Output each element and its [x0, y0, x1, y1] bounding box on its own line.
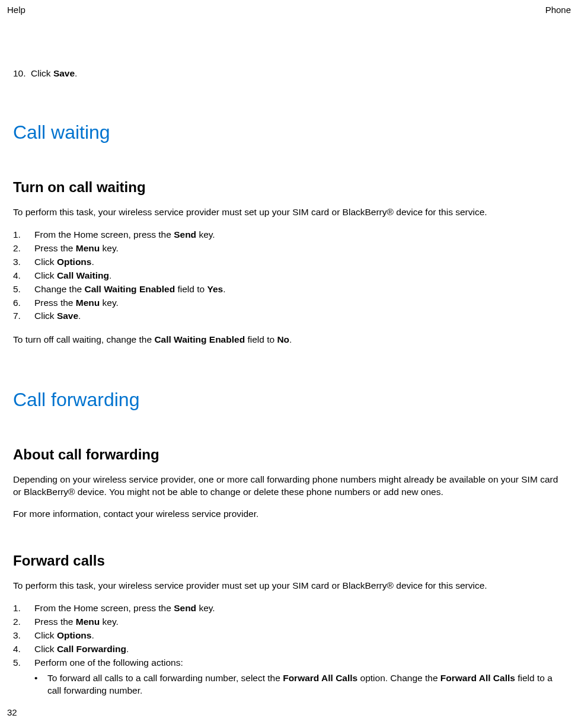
header-left: Help: [7, 5, 25, 15]
step-text: Click Options.: [34, 256, 565, 269]
about-call-forwarding-p2: For more information, contact your wirel…: [13, 508, 565, 521]
step-number: 4.: [13, 270, 34, 282]
list-item: 2.Press the Menu key.: [13, 242, 565, 256]
page-header: Help Phone: [0, 0, 578, 15]
step-text: Press the Menu key.: [34, 616, 565, 628]
step-number: 3.: [13, 256, 34, 269]
call-waiting-intro: To perform this task, your wireless serv…: [13, 206, 565, 219]
step-number: 1.: [13, 602, 34, 615]
bullet-dot: •: [34, 672, 47, 697]
list-item: 7.Click Save.: [13, 309, 565, 323]
bullet-text: To forward all calls to a call forwardin…: [47, 672, 565, 697]
header-right: Phone: [545, 5, 571, 15]
step-text: Change the Call Waiting Enabled field to…: [34, 283, 565, 296]
heading-call-waiting: Call waiting: [13, 122, 565, 143]
step-text: From the Home screen, press the Send key…: [34, 602, 565, 615]
step-10-text: Click Save.: [31, 68, 565, 79]
forward-calls-intro: To perform this task, your wireless serv…: [13, 580, 565, 592]
step-text: From the Home screen, press the Send key…: [34, 229, 565, 241]
about-call-forwarding-p1: Depending on your wireless service provi…: [13, 474, 565, 499]
step-10-bold: Save: [53, 68, 75, 78]
list-item: 4.Click Call Forwarding.: [13, 643, 565, 656]
step-number: 6.: [13, 297, 34, 309]
step-10-row: 10. Click Save.: [13, 68, 565, 79]
step-text: Press the Menu key.: [34, 242, 565, 255]
list-item: 3.Click Options.: [13, 629, 565, 643]
step-number: 4.: [13, 643, 34, 656]
step-text: Perform one of the following actions:: [34, 657, 565, 669]
step-text: Click Save.: [34, 310, 565, 323]
list-item: 1.From the Home screen, press the Send k…: [13, 228, 565, 242]
step-number: 3.: [13, 630, 34, 642]
list-item: 1.From the Home screen, press the Send k…: [13, 602, 565, 615]
step-10-post: .: [75, 68, 77, 78]
heading-call-forwarding: Call forwarding: [13, 389, 565, 411]
step-text: Press the Menu key.: [34, 297, 565, 309]
step-number: 5.: [13, 283, 34, 296]
forward-calls-sub-bullet: • To forward all calls to a call forward…: [34, 672, 565, 697]
call-waiting-outro: To turn off call waiting, change the Cal…: [13, 334, 565, 346]
list-item: 5.Change the Call Waiting Enabled field …: [13, 283, 565, 296]
forward-calls-steps: 1.From the Home screen, press the Send k…: [13, 602, 565, 670]
heading-turn-on-call-waiting: Turn on call waiting: [13, 179, 565, 196]
list-item: 6.Press the Menu key.: [13, 296, 565, 310]
call-waiting-steps: 1.From the Home screen, press the Send k…: [13, 228, 565, 323]
step-number: 2.: [13, 242, 34, 255]
step-number: 1.: [13, 229, 34, 241]
list-item: 5.Perform one of the following actions:: [13, 656, 565, 670]
heading-forward-calls: Forward calls: [13, 553, 565, 569]
step-number: 7.: [13, 310, 34, 323]
step-text: Click Call Waiting.: [34, 270, 565, 282]
step-number: 2.: [13, 616, 34, 628]
step-10-pre: Click: [31, 68, 53, 78]
list-item: 3.Click Options.: [13, 256, 565, 269]
heading-about-call-forwarding: About call forwarding: [13, 446, 565, 463]
step-10-number: 10.: [13, 68, 31, 79]
step-text: Click Options.: [34, 630, 565, 642]
page-content: 10. Click Save. Call waiting Turn on cal…: [0, 68, 578, 697]
list-item: 2.Press the Menu key.: [13, 615, 565, 629]
page-number: 32: [7, 707, 17, 717]
list-item: 4.Click Call Waiting.: [13, 269, 565, 283]
step-number: 5.: [13, 657, 34, 669]
step-text: Click Call Forwarding.: [34, 643, 565, 656]
